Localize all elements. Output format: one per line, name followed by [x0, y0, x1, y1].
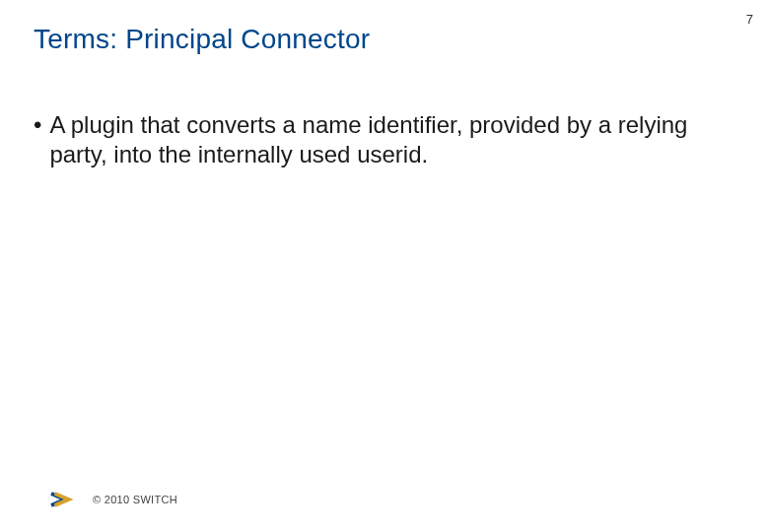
footer: © 2010 SWITCH — [49, 489, 177, 510]
slide-title: Terms: Principal Connector — [34, 24, 370, 55]
bullet-item: • A plugin that converts a name identifi… — [34, 110, 710, 169]
switch-logo-icon — [49, 489, 79, 510]
slide-body: • A plugin that converts a name identifi… — [34, 110, 710, 169]
footer-copyright: © 2010 SWITCH — [93, 494, 177, 505]
page-number: 7 — [746, 12, 753, 27]
slide: Terms: Principal Connector 7 • A plugin … — [0, 0, 769, 532]
bullet-marker-icon: • — [34, 110, 41, 140]
bullet-text: A plugin that converts a name identifier… — [49, 110, 710, 169]
